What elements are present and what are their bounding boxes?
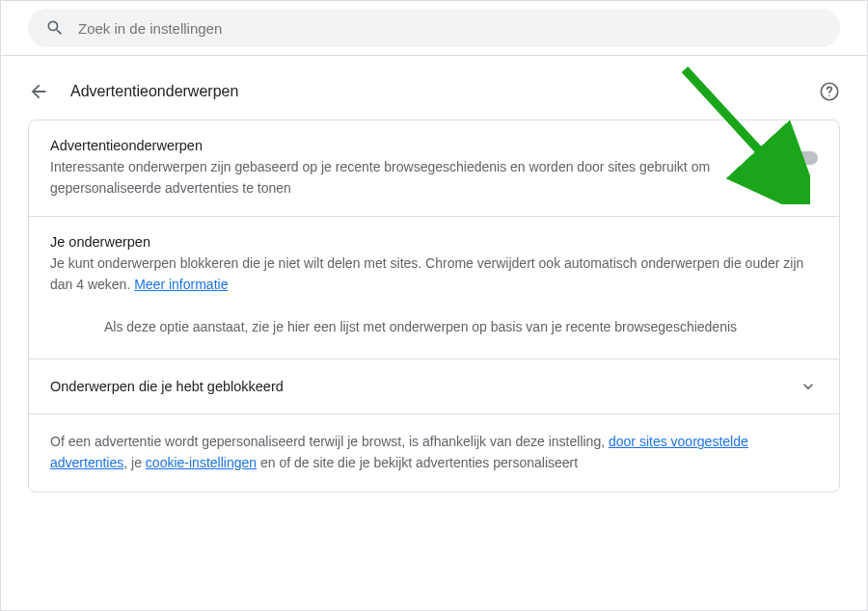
your-topics-desc: Je kunt onderwerpen blokkeren die je nie… — [50, 253, 818, 295]
your-topics-section: Je onderwerpen Je kunt onderwerpen blokk… — [29, 216, 839, 359]
page-header: Advertentieonderwerpen — [28, 75, 840, 120]
ad-topics-toggle-section: Advertentieonderwerpen Interessante onde… — [29, 120, 839, 216]
settings-card: Advertentieonderwerpen Interessante onde… — [28, 120, 840, 492]
your-topics-title: Je onderwerpen — [50, 234, 818, 250]
cookie-settings-link[interactable]: cookie-instellingen — [146, 455, 257, 470]
ad-topics-toggle[interactable] — [783, 151, 818, 165]
content: Advertentieonderwerpen Advertentieonderw… — [1, 56, 867, 512]
chevron-down-icon — [799, 377, 818, 396]
search-bar-container — [1, 1, 867, 56]
search-icon — [45, 18, 65, 38]
svg-point-1 — [828, 94, 830, 96]
search-bar[interactable] — [28, 9, 840, 47]
toggle-knob — [781, 148, 800, 168]
ad-topics-title: Advertentieonderwerpen — [50, 138, 764, 153]
help-icon[interactable] — [819, 81, 840, 102]
page-title: Advertentieonderwerpen — [70, 83, 819, 100]
blocked-topics-row[interactable]: Onderwerpen die je hebt geblokkeerd — [29, 359, 839, 413]
footer-part1: Of een advertentie wordt gepersonaliseer… — [50, 434, 609, 449]
search-input[interactable] — [78, 20, 823, 37]
ad-topics-desc: Interessante onderwerpen zijn gebaseerd … — [50, 157, 764, 199]
footer-part3: en of de site die je bekijkt advertentie… — [257, 455, 578, 470]
footer-text: Of een advertentie wordt gepersonaliseer… — [50, 432, 818, 473]
back-arrow-icon[interactable] — [28, 81, 49, 102]
topics-placeholder-note: Als deze optie aanstaat, zie je hier een… — [50, 296, 818, 359]
more-info-link[interactable]: Meer informatie — [134, 277, 228, 292]
footer-part2: , je — [123, 455, 146, 470]
footer-section: Of een advertentie wordt gepersonaliseer… — [29, 413, 839, 491]
blocked-topics-title: Onderwerpen die je hebt geblokkeerd — [50, 379, 284, 394]
